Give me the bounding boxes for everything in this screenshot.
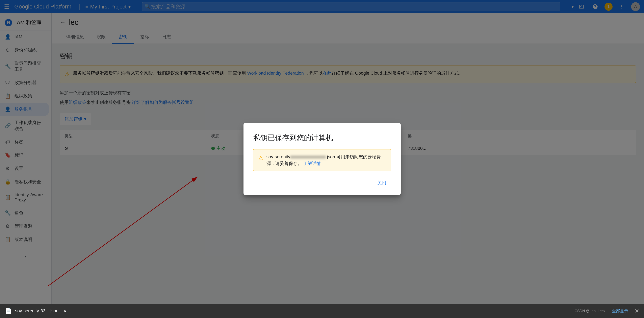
bottom-attribution: CSDN @Leo_Leex (575, 309, 606, 313)
dialog-close-button[interactable]: 关闭 (372, 177, 391, 188)
bottom-close-button[interactable]: ✕ (634, 308, 639, 314)
file-icon: 📄 (5, 308, 12, 314)
dialog-info-text: soy-serenityxxxxxxxxxxxxxxxx.json 可用来访问您… (266, 153, 386, 167)
bottom-right-area: CSDN @Leo_Leex 全部显示 ✕ (575, 308, 639, 314)
dialog-actions: 关闭 (253, 177, 391, 188)
bottom-chevron-icon[interactable]: ∧ (63, 308, 66, 313)
modal-overlay: 私钥已保存到您的计算机 ⚠ soy-serenityxxxxxxxxxxxxxx… (0, 0, 644, 318)
private-key-dialog: 私钥已保存到您的计算机 ⚠ soy-serenityxxxxxxxxxxxxxx… (244, 123, 401, 195)
dialog-info-box: ⚠ soy-serenityxxxxxxxxxxxxxxxx.json 可用来访… (253, 149, 391, 171)
dialog-title: 私钥已保存到您的计算机 (253, 133, 391, 143)
show-all-button[interactable]: 全部显示 (612, 308, 628, 314)
dialog-warning-icon: ⚠ (258, 154, 263, 162)
bottom-filename: soy-serenity-33....json (15, 308, 58, 313)
dialog-blurred-text: xxxxxxxxxxxxxxxx (290, 153, 326, 160)
learn-more-link[interactable]: 了解详情 (303, 161, 321, 166)
bottom-bar: 📄 soy-serenity-33....json ∧ CSDN @Leo_Le… (0, 304, 644, 318)
